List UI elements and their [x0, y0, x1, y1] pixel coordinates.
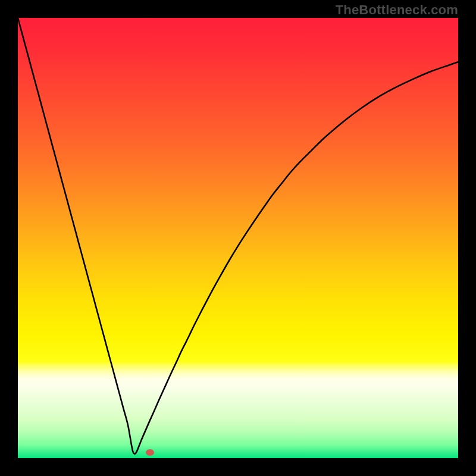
optimal-point-marker: [146, 449, 154, 456]
bottleneck-curve-svg: [18, 18, 458, 458]
plot-area: [18, 18, 458, 458]
chart-frame: TheBottleneck.com: [0, 0, 476, 476]
bottleneck-curve: [18, 18, 458, 454]
watermark-text: TheBottleneck.com: [336, 2, 458, 18]
